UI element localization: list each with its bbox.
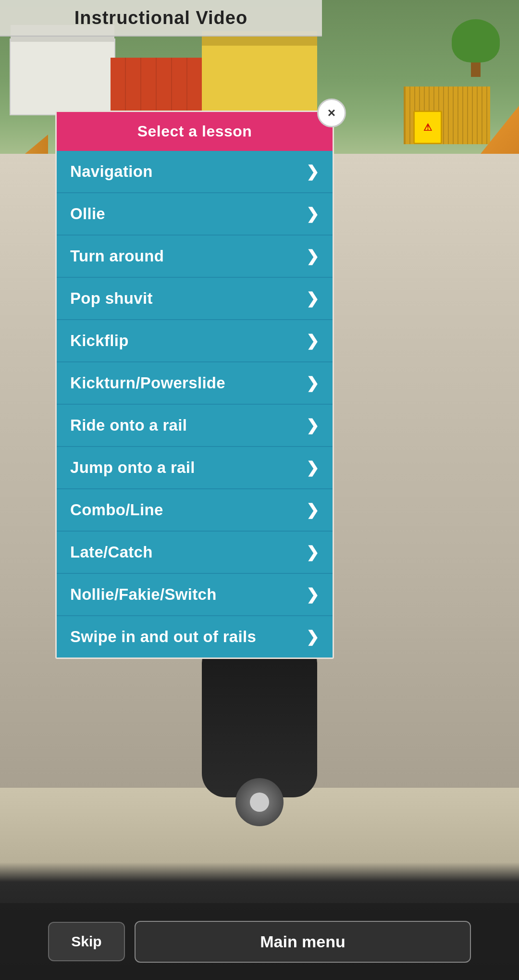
lesson-list: Navigation❯Ollie❯Turn around❯Pop shuvit❯… — [57, 151, 333, 657]
main-menu-button[interactable]: Main menu — [135, 921, 471, 963]
bottom-bar: Skip Main menu — [0, 903, 519, 980]
close-button[interactable]: × — [317, 99, 346, 127]
lesson-chevron-kickflip: ❯ — [306, 332, 319, 350]
lesson-chevron-late-catch: ❯ — [306, 543, 319, 561]
title-bar: Instructional Video — [0, 0, 322, 37]
lesson-item-late-catch[interactable]: Late/Catch❯ — [57, 532, 333, 574]
caution-sign: ⚠ — [413, 111, 442, 144]
lesson-chevron-swipe-in-out-rails: ❯ — [306, 628, 319, 646]
lesson-item-combo-line[interactable]: Combo/Line❯ — [57, 489, 333, 532]
lesson-item-pop-shuvit[interactable]: Pop shuvit❯ — [57, 278, 333, 320]
lesson-item-ride-onto-rail[interactable]: Ride onto a rail❯ — [57, 405, 333, 447]
lesson-chevron-nollie-fakie-switch: ❯ — [306, 585, 319, 604]
lesson-item-ollie[interactable]: Ollie❯ — [57, 193, 333, 236]
lesson-label-turn-around: Turn around — [70, 247, 164, 265]
lesson-label-late-catch: Late/Catch — [70, 543, 153, 561]
lesson-item-navigation[interactable]: Navigation❯ — [57, 151, 333, 193]
modal-header-text: Select a lesson — [137, 123, 252, 140]
building-white — [10, 38, 115, 115]
lesson-chevron-ride-onto-rail: ❯ — [306, 416, 319, 434]
modal-header: Select a lesson — [57, 112, 333, 151]
skip-button[interactable]: Skip — [48, 922, 125, 961]
lesson-item-turn-around[interactable]: Turn around❯ — [57, 236, 333, 278]
lesson-label-navigation: Navigation — [70, 162, 153, 181]
lesson-item-kickflip[interactable]: Kickflip❯ — [57, 320, 333, 362]
lesson-chevron-ollie: ❯ — [306, 205, 319, 223]
lesson-chevron-combo-line: ❯ — [306, 501, 319, 519]
lesson-chevron-pop-shuvit: ❯ — [306, 289, 319, 308]
lesson-label-ride-onto-rail: Ride onto a rail — [70, 416, 187, 434]
skateboard — [183, 692, 336, 826]
lesson-label-jump-onto-rail: Jump onto a rail — [70, 459, 195, 477]
lesson-label-pop-shuvit: Pop shuvit — [70, 289, 153, 308]
lesson-chevron-kickturn-powerslide: ❯ — [306, 374, 319, 392]
lesson-label-ollie: Ollie — [70, 205, 105, 223]
lesson-item-swipe-in-out-rails[interactable]: Swipe in and out of rails❯ — [57, 616, 333, 657]
lesson-label-kickturn-powerslide: Kickturn/Powerslide — [70, 374, 225, 392]
lesson-chevron-jump-onto-rail: ❯ — [306, 459, 319, 477]
lesson-chevron-navigation: ❯ — [306, 162, 319, 181]
lesson-chevron-turn-around: ❯ — [306, 247, 319, 265]
lesson-label-nollie-fakie-switch: Nollie/Fakie/Switch — [70, 585, 217, 604]
lesson-label-kickflip: Kickflip — [70, 332, 129, 350]
lesson-modal: × Select a lesson Navigation❯Ollie❯Turn … — [55, 111, 334, 659]
tree — [452, 19, 500, 77]
lesson-item-kickturn-powerslide[interactable]: Kickturn/Powerslide❯ — [57, 362, 333, 405]
page-title: Instructional Video — [74, 8, 247, 28]
lesson-label-combo-line: Combo/Line — [70, 501, 163, 519]
lesson-label-swipe-in-out-rails: Swipe in and out of rails — [70, 628, 256, 646]
lesson-item-jump-onto-rail[interactable]: Jump onto a rail❯ — [57, 447, 333, 489]
lesson-item-nollie-fakie-switch[interactable]: Nollie/Fakie/Switch❯ — [57, 574, 333, 616]
